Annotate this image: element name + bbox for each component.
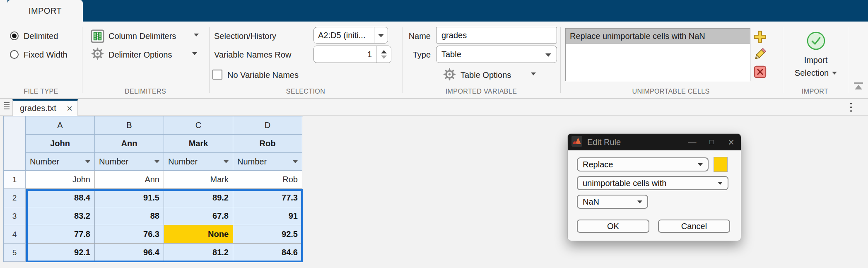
tab-grip-icon[interactable]: [4, 102, 10, 109]
grid-cell[interactable]: Mark: [164, 171, 233, 189]
grid-cell[interactable]: 77.3: [233, 189, 302, 207]
import-selection-caret-icon: [832, 72, 837, 75]
grid-cell[interactable]: 67.8: [164, 207, 233, 225]
tab-import[interactable]: IMPORT: [7, 0, 83, 22]
selection-history-combo[interactable]: A2:D5 (initi...: [313, 27, 388, 43]
ok-button[interactable]: OK: [577, 220, 649, 233]
delimiter-options-gear-icon[interactable]: [91, 47, 104, 62]
rule-list-item[interactable]: Replace unimportable cells with NaN: [566, 29, 750, 44]
variable-names-row-value[interactable]: 1: [314, 46, 376, 63]
column-header-d[interactable]: D: [233, 116, 302, 135]
dialog-title-bar[interactable]: Edit Rule — □ ×: [568, 134, 741, 150]
unimportable-cell[interactable]: None: [164, 225, 233, 244]
row-header[interactable]: 3: [4, 207, 26, 225]
no-variable-names-label[interactable]: No Variable Names: [227, 70, 299, 80]
grid-cell[interactable]: Rob: [233, 171, 302, 189]
grid-cell[interactable]: 91.5: [95, 189, 164, 207]
column-delimiters-caret-icon[interactable]: [194, 34, 199, 36]
column-header-b[interactable]: B: [95, 116, 164, 135]
grid-cell[interactable]: 88.4: [26, 189, 95, 207]
grid-cell[interactable]: 77.8: [26, 225, 95, 244]
grid-cell[interactable]: Ann: [95, 171, 164, 189]
column-delimiters-button[interactable]: Column Delimiters: [108, 31, 176, 41]
rule-action-dropdown[interactable]: Replace: [577, 157, 709, 171]
section-separator: [783, 27, 783, 93]
collapse-ribbon-button[interactable]: [852, 82, 865, 89]
chevron-down-icon: [293, 160, 298, 163]
selection-history-value[interactable]: A2:D5 (initi...: [314, 27, 374, 43]
add-rule-plus-icon[interactable]: [753, 30, 767, 46]
spinner-up-icon[interactable]: [381, 50, 387, 53]
radio-fixed-width[interactable]: [10, 50, 19, 59]
grid-cell[interactable]: 92.5: [233, 225, 302, 244]
maximize-button[interactable]: □: [702, 134, 721, 150]
document-tab-bar: grades.txt ×: [0, 99, 868, 116]
grid-cell[interactable]: 91: [233, 207, 302, 225]
section-label-unimportable-cells: UNIMPORTABLE CELLS: [632, 88, 709, 95]
document-tab-title: grades.txt: [20, 104, 67, 113]
tab-grades-txt[interactable]: grades.txt ×: [12, 99, 78, 116]
edit-rule-pencil-icon[interactable]: [753, 47, 767, 63]
column-type-dropdown[interactable]: Number: [233, 153, 302, 171]
chevron-down-icon: [378, 34, 384, 37]
radio-delimited-label[interactable]: Delimited: [24, 31, 58, 41]
table-options-button[interactable]: Table Options: [461, 70, 511, 80]
cancel-button[interactable]: Cancel: [658, 220, 730, 233]
grid-cell[interactable]: 76.3: [95, 225, 164, 244]
import-selection-label-line2: Selection: [795, 68, 829, 77]
row-header[interactable]: 5: [4, 244, 26, 262]
chevron-down-icon: [698, 163, 703, 166]
variable-name-input[interactable]: grades: [436, 27, 557, 43]
rule-replacement-value: NaN: [583, 197, 599, 207]
row-header[interactable]: 2: [4, 189, 26, 207]
delete-rule-x-icon[interactable]: [754, 65, 767, 80]
grid-cell[interactable]: 81.2: [164, 244, 233, 262]
grid-cell[interactable]: 89.2: [164, 189, 233, 207]
row-header[interactable]: 1: [4, 171, 26, 189]
column-header-c[interactable]: C: [164, 116, 233, 135]
chevron-down-icon: [718, 182, 723, 185]
grid-cell[interactable]: 96.4: [95, 244, 164, 262]
type-label: Type: [389, 50, 431, 60]
import-selection-button[interactable]: Import Selection: [787, 54, 845, 80]
radio-delimited[interactable]: [10, 31, 19, 40]
grid-cell[interactable]: John: [26, 171, 95, 189]
close-button[interactable]: ×: [721, 134, 741, 150]
minimize-button[interactable]: —: [682, 134, 702, 150]
variable-name-header[interactable]: Mark: [164, 135, 233, 153]
dialog-title: Edit Rule: [587, 138, 682, 147]
grid-cell[interactable]: 88: [95, 207, 164, 225]
radio-fixed-width-label[interactable]: Fixed Width: [24, 50, 68, 60]
rule-target-dropdown[interactable]: unimportable cells with: [577, 176, 728, 190]
variable-name-header[interactable]: Rob: [233, 135, 302, 153]
table-options-gear-icon[interactable]: [443, 68, 456, 82]
column-type-dropdown[interactable]: Number: [164, 153, 233, 171]
column-header-a[interactable]: A: [26, 116, 95, 135]
grid-cell[interactable]: 83.2: [26, 207, 95, 225]
column-type-dropdown[interactable]: Number: [26, 153, 95, 171]
close-tab-icon[interactable]: ×: [67, 104, 72, 113]
tab-overflow-menu-icon[interactable]: [850, 103, 852, 112]
spinner-down-icon[interactable]: [381, 56, 387, 59]
delimiter-options-button[interactable]: Delimiter Options: [108, 50, 172, 60]
grid-cell[interactable]: 92.1: [26, 244, 95, 262]
variable-name-header[interactable]: Ann: [95, 135, 164, 153]
variable-name-header[interactable]: John: [26, 135, 95, 153]
column-type-dropdown[interactable]: Number: [95, 153, 164, 171]
matlab-logo-icon: [571, 136, 582, 148]
highlight-color-swatch[interactable]: [714, 157, 728, 172]
column-delimiters-icon[interactable]: [91, 29, 104, 45]
variable-names-row-spinner[interactable]: 1: [313, 46, 391, 63]
type-dropdown[interactable]: Table: [436, 46, 557, 63]
selection-history-dropdown-button[interactable]: [374, 27, 388, 43]
type-value: Table: [436, 50, 461, 59]
rule-replacement-dropdown[interactable]: NaN: [577, 195, 648, 209]
unimportable-rules-list[interactable]: Replace unimportable cells with NaN: [565, 28, 750, 81]
grid-cell[interactable]: 84.6: [233, 244, 302, 262]
table-options-caret-icon[interactable]: [531, 72, 536, 75]
import-check-icon[interactable]: [807, 31, 825, 52]
collapse-ribbon-icon: [854, 82, 863, 84]
row-header[interactable]: 4: [4, 225, 26, 244]
no-variable-names-checkbox[interactable]: [212, 70, 222, 80]
delimiter-options-caret-icon[interactable]: [192, 52, 197, 55]
